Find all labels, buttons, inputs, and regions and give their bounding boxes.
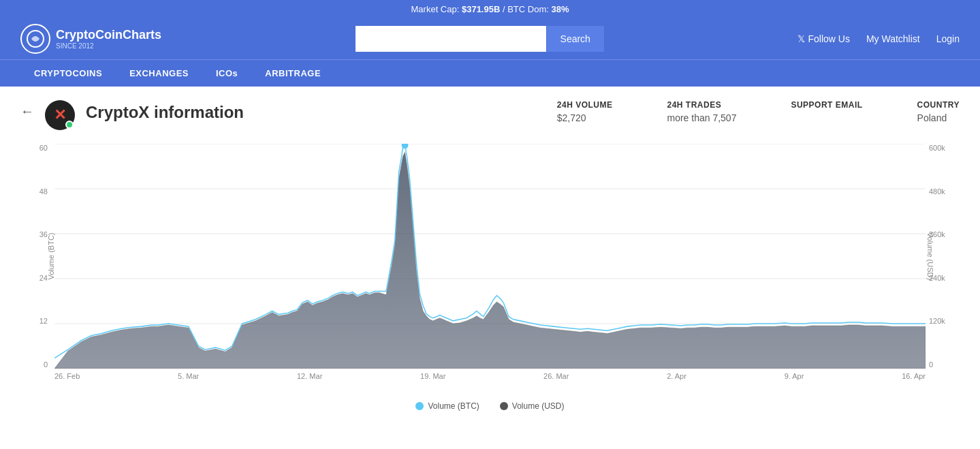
logo: CryptoCoinCharts SINCE 2012 bbox=[20, 24, 161, 54]
top-bar: Market Cap: $371.95B / BTC Dom: 38% bbox=[0, 0, 980, 18]
nav-icos[interactable]: ICOs bbox=[202, 60, 251, 87]
legend-usd-label: Volume (USD) bbox=[512, 401, 565, 411]
follow-us-link[interactable]: 𝕏Follow Us bbox=[797, 33, 849, 44]
y-right-600k: 600k bbox=[929, 144, 945, 152]
nav-cryptocoins[interactable]: CRYPTOCOINS bbox=[20, 60, 116, 87]
header-right: 𝕏Follow Us My Watchlist Login bbox=[797, 33, 960, 44]
legend-dot-usd bbox=[500, 402, 508, 410]
header: CryptoCoinCharts SINCE 2012 Search 𝕏Foll… bbox=[0, 18, 980, 59]
volume-label: 24H VOLUME bbox=[557, 100, 613, 110]
logo-text: CryptoCoinCharts SINCE 2012 bbox=[56, 28, 161, 50]
x-12mar: 12. Mar bbox=[297, 372, 322, 380]
chart-area: Volume (BTC) Volume (USD) bbox=[54, 144, 926, 369]
x-26mar: 26. Mar bbox=[543, 372, 569, 380]
nav-bar: CRYPTOCOINS EXCHANGES ICOs ARBITRAGE bbox=[0, 59, 980, 87]
btc-dom-label: / BTC Dom: bbox=[500, 4, 551, 14]
x-19mar: 19. Mar bbox=[420, 372, 445, 380]
trades-label: 24H TRADES bbox=[667, 100, 736, 110]
country-label: COUNTRY bbox=[917, 100, 960, 110]
support-label: SUPPORT EMAIL bbox=[791, 100, 862, 110]
exchange-title: CryptoX information bbox=[86, 100, 244, 122]
logo-title: CryptoCoinCharts bbox=[56, 28, 161, 42]
stat-support: SUPPORT EMAIL bbox=[791, 100, 862, 123]
back-button[interactable]: ← bbox=[20, 104, 34, 119]
stat-trades: 24H TRADES more than 7,507 bbox=[667, 100, 736, 123]
exchange-logo-x: ✕ bbox=[54, 106, 66, 124]
watchlist-link[interactable]: My Watchlist bbox=[866, 33, 920, 44]
legend-dot-btc bbox=[415, 402, 424, 410]
legend-usd: Volume (USD) bbox=[500, 401, 565, 411]
twitter-icon: 𝕏 bbox=[797, 33, 805, 44]
logo-icon bbox=[20, 24, 50, 54]
x-26feb: 26. Feb bbox=[54, 372, 80, 380]
chart-svg bbox=[54, 144, 926, 369]
y-right-title: Volume (USD) bbox=[926, 232, 934, 280]
exchange-logo: ✕ bbox=[45, 100, 75, 130]
logo-svg bbox=[26, 29, 45, 48]
legend-btc-label: Volume (BTC) bbox=[428, 401, 479, 411]
x-2apr: 2. Apr bbox=[667, 372, 686, 380]
x-16apr: 16. Apr bbox=[902, 372, 926, 380]
trades-value: more than 7,507 bbox=[667, 112, 736, 123]
search-area: Search bbox=[175, 26, 784, 52]
country-value: Poland bbox=[917, 112, 960, 123]
search-input[interactable] bbox=[355, 26, 546, 52]
stat-country: COUNTRY Poland bbox=[917, 100, 960, 123]
y-left-60: 60 bbox=[39, 144, 48, 152]
nav-arbitrage[interactable]: ARBITRAGE bbox=[251, 60, 334, 87]
exchange-logo-dot bbox=[65, 121, 74, 129]
market-cap-label: Market Cap: bbox=[411, 4, 462, 14]
stat-volume: 24H VOLUME $2,720 bbox=[557, 100, 613, 123]
market-cap-value: $371.95B bbox=[462, 4, 500, 14]
x-9apr: 9. Apr bbox=[785, 372, 804, 380]
login-link[interactable]: Login bbox=[936, 33, 960, 44]
y-right-120k: 120k bbox=[929, 317, 945, 325]
y-left-0: 0 bbox=[44, 360, 48, 369]
volume-value: $2,720 bbox=[557, 112, 613, 123]
main-content: ← ✕ CryptoX information 24H VOLUME $2,72… bbox=[0, 87, 980, 424]
exchange-header: ← ✕ CryptoX information 24H VOLUME $2,72… bbox=[20, 100, 960, 130]
y-left-title: Volume (BTC) bbox=[47, 232, 55, 279]
legend-btc: Volume (BTC) bbox=[415, 401, 479, 411]
y-right-0: 0 bbox=[929, 360, 933, 369]
y-left-48: 48 bbox=[39, 187, 48, 196]
x-5mar: 5. Mar bbox=[178, 372, 199, 380]
chart-legend: Volume (BTC) Volume (USD) bbox=[20, 401, 960, 411]
exchange-stats: 24H VOLUME $2,720 24H TRADES more than 7… bbox=[557, 100, 960, 123]
x-axis: 26. Feb 5. Mar 12. Mar 19. Mar 26. Mar 2… bbox=[54, 369, 926, 396]
btc-dom-value: 38% bbox=[551, 4, 569, 14]
search-button[interactable]: Search bbox=[546, 26, 604, 52]
y-right-480k: 480k bbox=[929, 187, 945, 196]
logo-since: SINCE 2012 bbox=[56, 42, 161, 50]
nav-exchanges[interactable]: EXCHANGES bbox=[116, 60, 202, 87]
y-left-12: 12 bbox=[39, 317, 48, 325]
chart-container: 60 48 36 24 12 0 600k 480k 360k 240k 120… bbox=[20, 144, 960, 396]
